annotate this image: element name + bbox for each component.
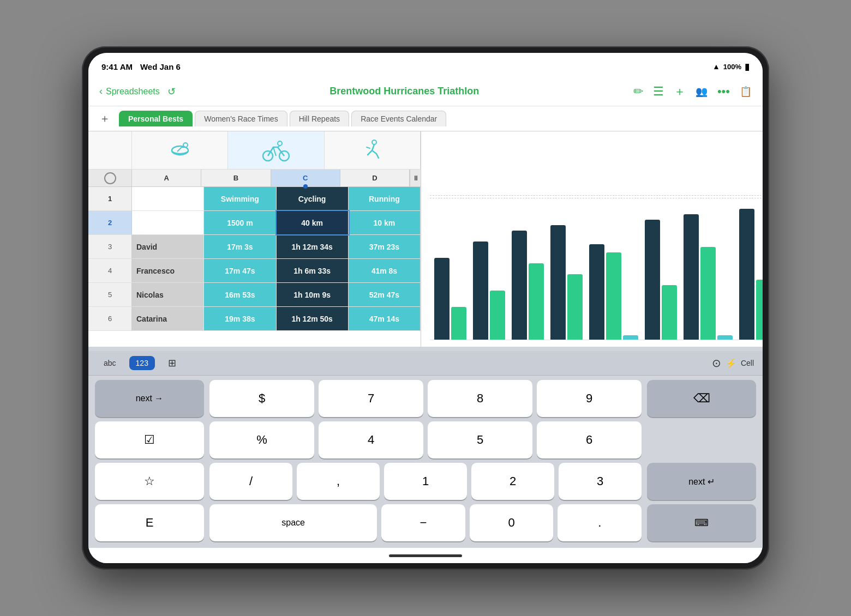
back-label: Spreadsheets [106,87,160,96]
kb-row-2: % 4 5 6 [209,421,642,458]
status-time: 9:41 AM [101,62,133,71]
kb-row-3: / , 1 2 3 [209,463,642,500]
bar-1-green [451,307,466,340]
kb-comma[interactable]: , [297,463,380,500]
list-icon[interactable]: ☰ [653,84,664,99]
cell-B6[interactable]: 19m 38s [204,307,276,330]
bar-2-green [490,291,505,340]
icon-row [88,131,421,170]
cell-B1[interactable] [132,187,204,210]
kb-e-button[interactable]: E [95,504,204,541]
chart-container [430,209,763,340]
tab-personal-bests[interactable]: Personal Bests [119,111,193,126]
kb-backspace[interactable]: ⌫ [647,380,756,417]
cell-B4[interactable]: 17m 47s [204,259,276,282]
kb-3[interactable]: 3 [559,463,642,500]
share-icon[interactable]: 👥 [696,86,708,98]
cell-B3[interactable]: 17m 3s [204,235,276,258]
kb-row-4: space − 0 . [209,504,642,541]
tab-hill-repeats[interactable]: Hill Repeats [290,111,349,126]
kb-6[interactable]: 6 [537,421,642,458]
add-tab-button[interactable]: ＋ [97,109,112,128]
cell-E2-run[interactable]: 10 km [349,211,421,234]
col-header-A[interactable]: A [132,170,201,186]
cell-D5[interactable]: 52m 47s [349,283,421,306]
back-button[interactable]: ‹ Spreadsheets ↺ [99,86,176,98]
kb-7[interactable]: 7 [319,380,423,417]
cell-D4[interactable]: 41m 8s [349,259,421,282]
col-header-D[interactable]: D [340,170,410,186]
cell-C4[interactable]: 1h 6m 33s [277,259,349,282]
col-header-B[interactable]: B [201,170,271,186]
cell-D6[interactable]: 47m 14s [349,307,421,330]
row-num-2: 2 [88,211,132,234]
cell-C2-swim[interactable]: 1500 m [204,211,276,234]
kb-mode-abc[interactable]: abc [97,356,123,370]
cell-E1-run[interactable]: Running [349,187,421,210]
battery-icon: ▮ [745,62,750,72]
bar-3-dark [512,231,527,340]
cell-D3[interactable]: 37m 23s [349,235,421,258]
kb-9[interactable]: 9 [537,380,642,417]
kb-main: $ 7 8 9 % 4 5 6 / , 1 2 [209,380,642,541]
cell-D1-cycle[interactable]: Cycling [277,187,349,210]
kb-checkbox-button[interactable]: ☑ [95,421,204,458]
cell-A4[interactable]: Francesco [132,259,204,282]
cell-C1-swim[interactable]: Swimming [204,187,276,210]
pen-icon[interactable]: ✏ [633,84,643,99]
kb-8[interactable]: 8 [428,380,532,417]
kb-enter[interactable]: next ↵ [647,463,756,500]
plus-icon[interactable]: ＋ [674,83,686,100]
kb-1[interactable]: 1 [384,463,467,500]
cell-B2[interactable] [132,211,204,234]
bar-7-dark [684,214,699,340]
kb-5[interactable]: 5 [428,421,532,458]
cell-B5[interactable]: 16m 53s [204,283,276,306]
table-row-2: 2 1500 m 40 km 10 km [88,211,421,235]
kb-minus[interactable]: − [381,504,465,541]
cell-A3[interactable]: David [132,235,204,258]
status-bar: 9:41 AM Wed Jan 6 ▲ 100% ▮ [88,53,763,77]
bar-6-green [662,285,677,340]
ipad-screen: 9:41 AM Wed Jan 6 ▲ 100% ▮ ‹ Spreadsheet… [88,53,763,563]
doc-icon[interactable]: 📋 [740,86,752,98]
col-header-row-num [88,170,132,186]
tab-race-events-calendar[interactable]: Race Events Calendar [351,111,446,126]
kb-formula-btn[interactable]: ⊞ [161,354,183,372]
cell-C6[interactable]: 1h 12m 50s [277,307,349,330]
cell-A5[interactable]: Nicolas [132,283,204,306]
kb-slash[interactable]: / [209,463,292,500]
status-icons: ▲ 100% ▮ [712,62,750,72]
bar-3-green [529,263,544,340]
kb-keyboard-dismiss[interactable]: ⌨ [647,504,756,541]
select-all-button[interactable] [104,172,116,184]
cell-C3[interactable]: 1h 12m 34s [277,235,349,258]
kb-mode-123[interactable]: 123 [129,356,155,370]
more-icon[interactable]: ••• [717,84,730,99]
col-header-C[interactable]: C [271,170,340,186]
wifi-icon: ▲ [712,62,720,71]
cell-D2-cycle[interactable]: 40 km [277,211,349,234]
cell-A6[interactable]: Catarina [132,307,204,330]
freeze-handle[interactable]: ⏸ [410,170,421,186]
bar-2-dark [473,241,488,340]
kb-right-special: ⌫ next ↵ ⌨ [647,380,756,541]
tab-womens-race-times[interactable]: Women's Race Times [195,111,287,126]
kb-period[interactable]: . [558,504,642,541]
kb-4[interactable]: 4 [319,421,423,458]
ipad-frame: 9:41 AM Wed Jan 6 ▲ 100% ▮ ‹ Spreadsheet… [82,46,769,570]
keyboard-area: abc 123 ⊞ ⊙ ⚡ Cell next → ☑ ☆ E [88,347,763,548]
cell-C5[interactable]: 1h 10m 9s [277,283,349,306]
kb-0[interactable]: 0 [470,504,554,541]
status-date: Wed Jan 6 [140,62,181,71]
row-num-3: 3 [88,235,132,258]
spreadsheet-area: A B C D ⏸ [88,131,763,347]
kb-2[interactable]: 2 [471,463,554,500]
chart-group-5 [589,244,638,340]
kb-space[interactable]: space [209,504,377,541]
kb-percent[interactable]: % [209,421,314,458]
kb-dollar[interactable]: $ [209,380,314,417]
kb-star-button[interactable]: ☆ [95,463,204,500]
undo-icon[interactable]: ↺ [167,86,176,98]
kb-next-button[interactable]: next → [95,380,204,417]
